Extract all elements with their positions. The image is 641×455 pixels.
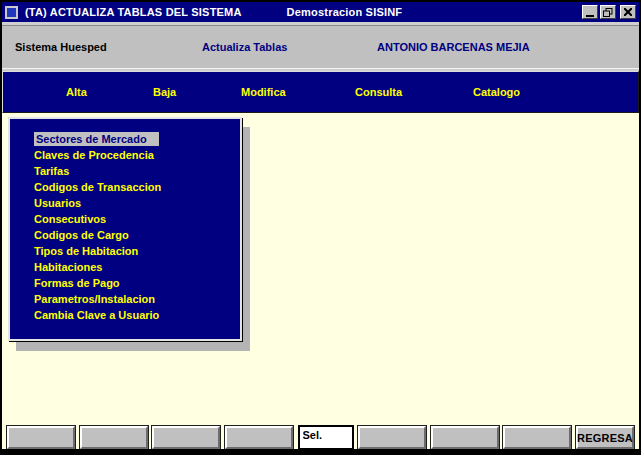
- menu-item-modifica[interactable]: Modifica: [241, 86, 286, 98]
- function-button-5[interactable]: [358, 426, 426, 449]
- minimize-button[interactable]: [582, 5, 598, 19]
- list-item[interactable]: Habitaciones: [10, 259, 240, 275]
- title-bar: (TA) ACTUALIZA TABLAS DEL SISTEMA Demost…: [2, 2, 639, 22]
- list-item[interactable]: Tipos de Habitacion: [10, 243, 240, 259]
- list-item[interactable]: Sectores de Mercado: [10, 131, 240, 147]
- close-icon: [624, 8, 632, 16]
- list-item[interactable]: Codigos de Cargo: [10, 227, 240, 243]
- list-item[interactable]: Tarifas: [10, 163, 240, 179]
- window-subtitle: Demostracion SISINF: [287, 6, 403, 18]
- menu-item-consulta[interactable]: Consulta: [355, 86, 402, 98]
- system-name-label: Sistema Huesped: [15, 41, 107, 53]
- function-button-4[interactable]: [225, 426, 293, 449]
- menu-bar: Alta Baja Modifica Consulta Catalogo: [2, 71, 639, 113]
- menu-item-alta[interactable]: Alta: [66, 86, 87, 98]
- function-button-2[interactable]: [80, 426, 148, 449]
- function-button-6[interactable]: [431, 426, 499, 449]
- list-item[interactable]: Codigos de Transaccion: [10, 179, 240, 195]
- minimize-icon: [586, 8, 594, 17]
- menu-item-catalogo[interactable]: Catalogo: [473, 86, 520, 98]
- module-name-label: Actualiza Tablas: [202, 41, 287, 53]
- list-item[interactable]: Usuarios: [10, 195, 240, 211]
- regresa-button[interactable]: REGRESA: [576, 426, 634, 449]
- user-name-label: ANTONIO BARCENAS MEJIA: [377, 41, 530, 53]
- function-button-3[interactable]: [152, 426, 220, 449]
- app-window: (TA) ACTUALIZA TABLAS DEL SISTEMA Demost…: [0, 0, 641, 455]
- list-item[interactable]: Cambia Clave a Usuario: [10, 307, 240, 323]
- window-title: (TA) ACTUALIZA TABLAS DEL SISTEMA: [25, 6, 242, 18]
- function-button-7[interactable]: [503, 426, 571, 449]
- list-item[interactable]: Formas de Pago: [10, 275, 240, 291]
- window-controls: [580, 5, 636, 19]
- sel-input[interactable]: [298, 425, 354, 450]
- menu-item-baja[interactable]: Baja: [153, 86, 176, 98]
- restore-button[interactable]: [600, 5, 616, 19]
- list-item[interactable]: Consecutivos: [10, 211, 240, 227]
- list-item[interactable]: Claves de Procedencia: [10, 147, 240, 163]
- header-panel: Sistema Huesped Actualiza Tablas ANTONIO…: [2, 25, 639, 69]
- footer-toolbar: REGRESA: [2, 424, 639, 451]
- restore-icon: [603, 8, 613, 17]
- tables-listbox: Sectores de Mercado Claves de Procedenci…: [8, 117, 242, 341]
- close-button[interactable]: [620, 5, 636, 19]
- function-button-1[interactable]: [7, 426, 75, 449]
- window-bottom-edge: [2, 449, 639, 453]
- list-item[interactable]: Parametros/Instalacion: [10, 291, 240, 307]
- app-icon[interactable]: [5, 6, 18, 19]
- window-chrome: (TA) ACTUALIZA TABLAS DEL SISTEMA Demost…: [2, 2, 639, 113]
